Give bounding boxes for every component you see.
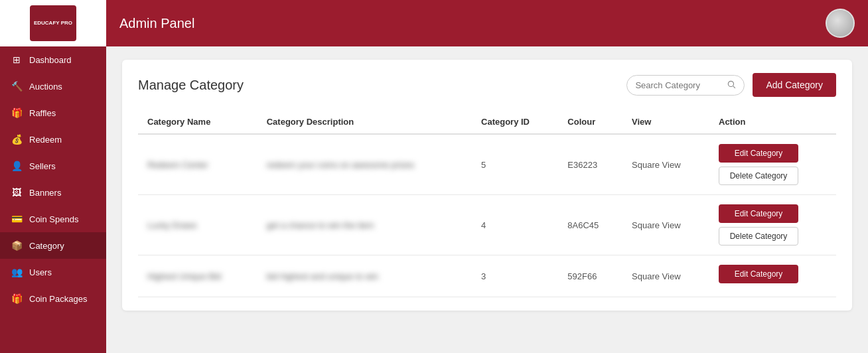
- page-card: Manage Category Add Category: [122, 60, 852, 311]
- svg-point-0: [729, 81, 734, 86]
- content-area: Manage Category Add Category: [106, 46, 868, 353]
- td-category-desc: bid highest and unique to win: [257, 255, 472, 297]
- table-column-view: View: [622, 110, 709, 134]
- category-table-container: Category NameCategory DescriptionCategor…: [138, 110, 836, 297]
- td-colour: 8A6C45: [558, 195, 622, 255]
- sidebar-item-label: Redeem: [29, 135, 62, 145]
- topbar-title: Admin Panel: [119, 16, 194, 31]
- sidebar-logo: EDUCAFY PRO: [0, 0, 106, 46]
- redeem-icon: 💰: [11, 133, 23, 145]
- td-category-id: 3: [472, 255, 558, 297]
- sidebar-item-label: Category: [29, 241, 64, 251]
- delete-category-button[interactable]: Delete Category: [719, 167, 798, 185]
- search-icon: [727, 80, 736, 91]
- header-actions: Add Category: [626, 73, 836, 97]
- delete-category-button[interactable]: Delete Category: [719, 227, 798, 246]
- edit-category-button[interactable]: Edit Category: [719, 144, 798, 163]
- table-column-category-description: Category Description: [257, 110, 472, 134]
- td-category-name: Highest Unique Bid: [138, 255, 257, 297]
- table-header: Category NameCategory DescriptionCategor…: [138, 110, 836, 134]
- td-category-id: 4: [472, 195, 558, 255]
- sidebar-item-coin-spends[interactable]: 💳 Coin Spends: [0, 206, 106, 232]
- search-input[interactable]: [635, 80, 721, 90]
- dashboard-icon: ⊞: [11, 54, 23, 66]
- td-category-name: Lucky Draws: [138, 195, 257, 255]
- table-row: Redeem Centerredeem your coins on awesom…: [138, 134, 836, 195]
- td-category-desc: get a chance to win the item: [257, 195, 472, 255]
- raffles-icon: 🎁: [11, 107, 23, 119]
- sidebar-item-users[interactable]: 👥 Users: [0, 259, 106, 285]
- edit-category-button[interactable]: Edit Category: [719, 265, 798, 283]
- td-category-name: Redeem Center: [138, 134, 257, 195]
- table-column-category-id: Category ID: [472, 110, 558, 134]
- sidebar-item-label: Raffles: [29, 108, 56, 118]
- topbar: Admin Panel: [106, 0, 868, 46]
- coin-spends-icon: 💳: [11, 213, 23, 225]
- td-category-id: 5: [472, 134, 558, 195]
- sidebar-item-label: Dashboard: [29, 55, 72, 65]
- td-view: Square View: [622, 255, 709, 297]
- add-category-button[interactable]: Add Category: [753, 73, 836, 97]
- td-view: Square View: [622, 195, 709, 255]
- avatar-image: [827, 9, 853, 38]
- edit-category-button[interactable]: Edit Category: [719, 204, 798, 223]
- sidebar-item-raffles[interactable]: 🎁 Raffles: [0, 100, 106, 126]
- sidebar-item-auctions[interactable]: 🔨 Auctions: [0, 73, 106, 100]
- page-title: Manage Category: [138, 78, 244, 93]
- td-colour: 592F66: [558, 255, 622, 297]
- sidebar-item-dashboard[interactable]: ⊞ Dashboard: [0, 46, 106, 73]
- table-row: Highest Unique Bidbid highest and unique…: [138, 255, 836, 297]
- table-column-action: Action: [709, 110, 836, 134]
- td-action: Edit Category: [709, 255, 836, 297]
- sidebar-item-label: Coin Packages: [29, 294, 87, 304]
- table-body: Redeem Centerredeem your coins on awesom…: [138, 134, 836, 297]
- sidebar: EDUCAFY PRO ⊞ Dashboard 🔨 Auctions 🎁 Raf…: [0, 0, 106, 353]
- category-icon: 📦: [11, 240, 23, 251]
- sidebar-item-label: Auctions: [29, 82, 62, 92]
- banners-icon: 🖼: [11, 186, 23, 198]
- td-category-desc: redeem your coins on awesome prizes: [257, 134, 472, 195]
- sidebar-nav: ⊞ Dashboard 🔨 Auctions 🎁 Raffles 💰 Redee…: [0, 46, 106, 353]
- main-area: Admin Panel Manage Category: [106, 0, 868, 353]
- svg-line-1: [733, 86, 735, 88]
- sidebar-item-sellers[interactable]: 👤 Sellers: [0, 153, 106, 179]
- table-row: Lucky Drawsget a chance to win the item4…: [138, 195, 836, 255]
- logo: EDUCAFY PRO: [30, 5, 76, 41]
- table-header-row: Category NameCategory DescriptionCategor…: [138, 110, 836, 134]
- sidebar-item-label: Sellers: [29, 161, 56, 171]
- avatar: [826, 9, 855, 38]
- td-view: Square View: [622, 134, 709, 195]
- sidebar-item-label: Users: [29, 267, 52, 277]
- td-action: Edit CategoryDelete Category: [709, 134, 836, 195]
- td-colour: E36223: [558, 134, 622, 195]
- sidebar-item-banners[interactable]: 🖼 Banners: [0, 179, 106, 206]
- search-box: [626, 75, 745, 96]
- coin-packages-icon: 🎁: [11, 293, 23, 305]
- sidebar-item-label: Banners: [29, 188, 61, 198]
- users-icon: 👥: [11, 266, 23, 278]
- sidebar-item-category[interactable]: 📦 Category: [0, 232, 106, 259]
- sellers-icon: 👤: [11, 160, 23, 172]
- sidebar-item-coin-packages[interactable]: 🎁 Coin Packages: [0, 285, 106, 312]
- sidebar-item-redeem[interactable]: 💰 Redeem: [0, 126, 106, 153]
- table-column-colour: Colour: [558, 110, 622, 134]
- category-table: Category NameCategory DescriptionCategor…: [138, 110, 836, 297]
- auctions-icon: 🔨: [11, 80, 23, 92]
- sidebar-item-label: Coin Spends: [29, 214, 78, 224]
- table-column-category-name: Category Name: [138, 110, 257, 134]
- manage-header: Manage Category Add Category: [138, 73, 836, 97]
- td-action: Edit CategoryDelete Category: [709, 195, 836, 255]
